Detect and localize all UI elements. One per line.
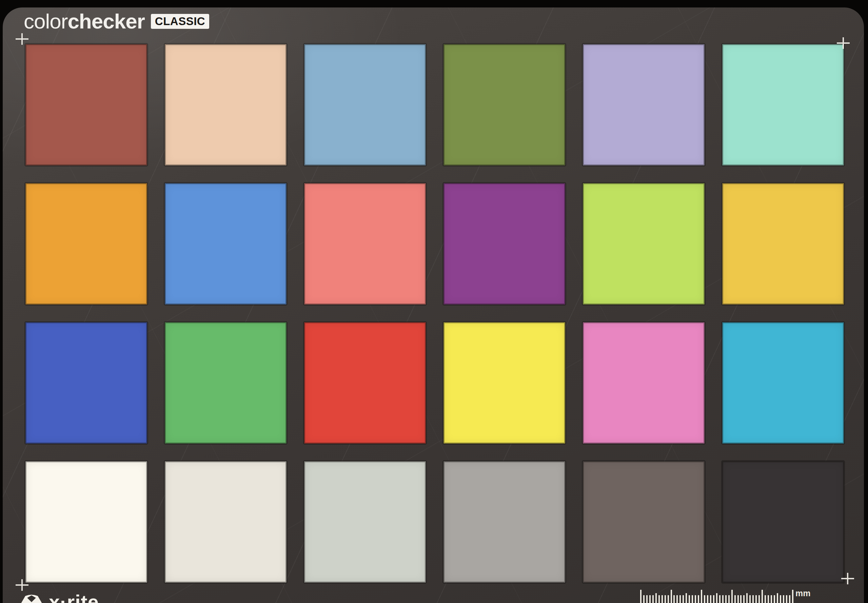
ruler-tick	[689, 595, 690, 603]
ruler-tick	[713, 595, 714, 603]
color-patch-neutral-6.5	[304, 461, 426, 583]
ruler	[640, 589, 794, 603]
brand-logo: colorchecker CLASSIC	[24, 11, 209, 32]
color-patch-cyan	[722, 322, 844, 444]
xrite-mark-icon	[20, 595, 43, 603]
ruler-tick	[722, 595, 724, 603]
color-patch-orange-yellow	[722, 183, 844, 305]
ruler-tick	[652, 595, 654, 603]
registration-cross-bottom-left-icon	[15, 579, 28, 591]
ruler-tick	[734, 595, 736, 603]
registration-cross-top-left-icon	[15, 33, 28, 45]
color-patch-white	[25, 461, 147, 583]
ruler-tick	[786, 595, 787, 603]
ruler-tick	[698, 595, 699, 603]
ruler-tick	[749, 595, 751, 603]
registration-cross-bottom-right-icon	[841, 573, 854, 584]
ruler-tick	[752, 595, 754, 603]
photo-of-colorchecker-card: { "header": { "brand_regular": "color", …	[0, 0, 868, 603]
color-patch-green	[165, 322, 287, 444]
xrite-wordmark: x·rite	[49, 593, 99, 603]
ruler-tick	[646, 595, 648, 603]
ruler-tick	[743, 595, 744, 603]
color-patch-neutral-8	[165, 461, 287, 583]
color-patch-blue-sky	[304, 44, 426, 165]
ruler-tick	[737, 595, 739, 603]
ruler-tick	[740, 595, 741, 603]
brand-word-color: color	[24, 9, 68, 33]
ruler-tick	[731, 590, 733, 603]
ruler-tick	[792, 590, 794, 603]
ruler-tick	[719, 595, 721, 603]
ruler-tick	[765, 595, 766, 603]
ruler-tick	[783, 595, 784, 603]
color-patch-purple	[443, 183, 565, 305]
ruler-tick	[686, 593, 687, 603]
color-patch-yellow	[443, 322, 565, 444]
ruler-tick	[716, 593, 717, 603]
color-patch-blue	[25, 322, 147, 444]
ruler-tick	[676, 595, 678, 603]
ruler-unit-label: mm	[795, 589, 810, 598]
ruler-tick	[692, 595, 693, 603]
ruler-tick	[661, 595, 663, 603]
ruler-tick	[643, 595, 644, 603]
color-patch-magenta	[583, 322, 704, 444]
ruler-tick	[710, 595, 711, 603]
color-patch-blue-flower	[583, 44, 704, 165]
ruler-tick	[683, 595, 684, 603]
ruler-tick	[758, 595, 760, 603]
ruler-tick	[728, 595, 730, 603]
brand-wordmark: colorchecker	[24, 11, 145, 32]
xrite-logo: x·rite	[20, 593, 99, 603]
ruler-tick	[658, 595, 660, 603]
color-patch-bluish-green	[722, 44, 844, 165]
ruler-tick	[704, 595, 705, 603]
color-patch-dark-skin	[25, 44, 147, 165]
ruler-tick	[680, 595, 681, 603]
color-patch-neutral-3.5	[583, 461, 704, 583]
ruler-tick	[667, 595, 669, 603]
ruler-tick	[701, 590, 702, 603]
ruler-tick	[789, 595, 790, 603]
color-patch-orange	[25, 183, 147, 305]
ruler-tick	[780, 595, 781, 603]
color-patch-black	[722, 461, 844, 583]
color-patch-red	[304, 322, 426, 444]
ruler-tick	[771, 595, 772, 603]
ruler-tick	[761, 590, 763, 603]
ruler-tick	[774, 595, 775, 603]
color-patch-foliage	[443, 44, 565, 165]
color-patch-moderate-red	[304, 183, 426, 305]
color-patch-purplish-blue	[165, 183, 287, 305]
patch-grid	[25, 44, 844, 583]
ruler-tick	[768, 595, 769, 603]
brand-word-checker: checker	[68, 9, 144, 33]
ruler-tick	[725, 595, 727, 603]
color-patch-neutral-5	[443, 461, 565, 583]
ruler-tick	[707, 595, 708, 603]
ruler-tick	[655, 593, 657, 603]
color-patch-light-skin	[165, 44, 287, 165]
ruler-tick	[777, 593, 778, 603]
color-patch-yellow-green	[583, 183, 704, 305]
ruler-tick	[695, 595, 696, 603]
ruler-tick	[649, 595, 651, 603]
ruler-tick	[755, 595, 757, 603]
ruler-tick	[671, 590, 672, 603]
ruler-tick	[664, 595, 666, 603]
ruler-tick	[673, 595, 675, 603]
ruler-tick	[640, 590, 641, 603]
classic-badge: CLASSIC	[151, 14, 209, 29]
ruler-tick	[746, 593, 748, 603]
registration-cross-top-right-icon	[837, 37, 850, 49]
